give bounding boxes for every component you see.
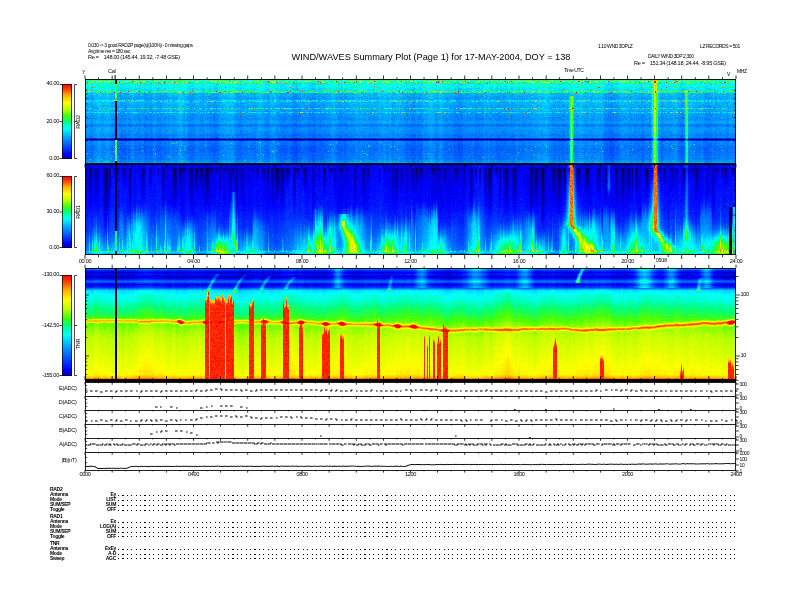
bottom-time-label: 0400 bbox=[188, 472, 199, 478]
y-axis-marker: Y bbox=[82, 70, 85, 75]
bottom-time-label: 2000 bbox=[622, 472, 633, 478]
rad1-colorbar-tick-label: 0.00 bbox=[49, 245, 59, 251]
strip-right-tick-label: 300 bbox=[740, 410, 747, 415]
receiver-setting-row: SweepAGC bbox=[50, 556, 736, 561]
receiver-setting-row: ToggleOFF bbox=[50, 534, 736, 539]
rad1-axis-title: RAD1 bbox=[76, 205, 82, 219]
receiver-settings-group: RAD1AntennaExModeLOG(A)SUM/SEPSUMToggleO… bbox=[50, 514, 736, 539]
mid-time-label: 00:00 bbox=[79, 259, 92, 265]
dotted-leader bbox=[118, 507, 736, 510]
dotted-leader bbox=[118, 556, 736, 559]
tnr-colorbar-tick-label: -142.50 bbox=[42, 323, 59, 329]
mid-time-label: 24:00 bbox=[730, 259, 743, 265]
page-title-text: WIND/WAVES Summary Plot (Page 1) for 17-… bbox=[292, 53, 571, 62]
strip-right-tick-label: 10 bbox=[740, 463, 745, 468]
rad2-colorbar-tick-label: 0.00 bbox=[49, 156, 59, 162]
bottom-time-label: 1200 bbox=[405, 472, 416, 478]
receiver-setting-row: ToggleOFF bbox=[50, 507, 736, 512]
setting-label: Sweep bbox=[50, 556, 80, 561]
setting-value: AGC bbox=[80, 556, 116, 561]
rad2-colorbar-tick-label: 40.00 bbox=[47, 81, 60, 87]
v-marker: V bbox=[727, 72, 730, 77]
date-label: 05/18 bbox=[656, 258, 667, 263]
mid-time-label: 20:00 bbox=[621, 259, 634, 265]
strip-right-tick-label: 300 bbox=[740, 396, 747, 401]
strip-label: |B|(nT) bbox=[62, 458, 77, 464]
bottom-time-label: 0000 bbox=[79, 472, 90, 478]
strip-right-tick-label: 1000 bbox=[740, 451, 750, 456]
dotted-leader bbox=[118, 519, 736, 522]
strip-right-tick-label: 1 bbox=[740, 469, 742, 474]
receiver-settings-group: TNRAntennaExEyModeA-DSweepAGC bbox=[50, 541, 736, 561]
rad2-colorbar-tick-label: 20.00 bbox=[47, 119, 60, 125]
receiver-settings-group: RAD2AntennaEyModeLISTSUM/SEPSUMToggleOFF bbox=[50, 487, 736, 512]
receiver-settings-footer: RAD2AntennaEyModeLISTSUM/SEPSUMToggleOFF… bbox=[50, 487, 736, 563]
header-right-line1b: LZ RECORDS = 501 bbox=[700, 44, 740, 49]
bottom-time-label: 1600 bbox=[513, 472, 524, 478]
strip-label: D(ADC) bbox=[59, 400, 77, 406]
strip-label: B(ADC) bbox=[59, 428, 76, 434]
mid-time-label: 04:00 bbox=[187, 259, 200, 265]
bottom-time-label: 0800 bbox=[296, 472, 307, 478]
mid-time-label: 12:00 bbox=[404, 259, 417, 265]
strip-label: E(ADC) bbox=[59, 386, 76, 392]
strip-label: C(ADC) bbox=[59, 414, 77, 420]
dotted-leader bbox=[118, 546, 736, 549]
strip-right-tick-label: 300 bbox=[740, 382, 747, 387]
strip-right-tick-label: 300 bbox=[740, 424, 747, 429]
dotted-leader bbox=[118, 502, 736, 505]
tnr-axis-title: TNR bbox=[76, 338, 82, 349]
tnr-right-tick-label: 10 bbox=[741, 353, 747, 359]
header-left-line3: Re = 148.00 (145.44, 19.32, -7.48 GSE) bbox=[88, 55, 180, 61]
tnr-right-tick-label: 100 bbox=[741, 292, 749, 298]
strip-right-tick-label: 100 bbox=[740, 457, 747, 462]
header-right-line3: Re = 151.34 (148.18, 24.44, -8.95 GSE) bbox=[634, 61, 726, 67]
dotted-leader bbox=[118, 524, 736, 527]
header-right-line2: DAILY WIND 3DP 2,300 bbox=[648, 54, 694, 59]
setting-label: Toggle bbox=[50, 507, 80, 512]
mid-time-label: 08:00 bbox=[296, 259, 309, 265]
dotted-leader bbox=[118, 534, 736, 537]
cal-annotation: Cal bbox=[108, 69, 116, 75]
setting-value: OFF bbox=[80, 507, 116, 512]
dotted-leader bbox=[118, 497, 736, 500]
dotted-leader bbox=[118, 493, 736, 496]
strip-label: A(ADC) bbox=[59, 442, 76, 448]
time-utc-label: Time UTC bbox=[564, 68, 583, 73]
rad2-axis-title: RAD2 bbox=[76, 115, 82, 129]
dotted-leader bbox=[118, 529, 736, 532]
rad1-colorbar-tick-label: 30.00 bbox=[47, 209, 60, 215]
dotted-leader bbox=[118, 551, 736, 554]
tnr-colorbar-tick-label: -155.00 bbox=[42, 373, 59, 379]
mid-time-label: 16:00 bbox=[513, 259, 526, 265]
setting-label: Toggle bbox=[50, 534, 80, 539]
wind-waves-summary-page: 0.030 -> 3 good RAD2P page(s)(100%) - 0 … bbox=[0, 0, 792, 612]
header-right-line1a: 1.10 WND 3DPLZ bbox=[598, 44, 632, 49]
setting-value: OFF bbox=[80, 534, 116, 539]
mhz-label: MHZ bbox=[737, 69, 747, 74]
rad1-colorbar-tick-label: 60.00 bbox=[47, 173, 60, 179]
strip-right-tick-label: 300 bbox=[740, 438, 747, 443]
tnr-colorbar-tick-label: -130.00 bbox=[42, 272, 59, 278]
